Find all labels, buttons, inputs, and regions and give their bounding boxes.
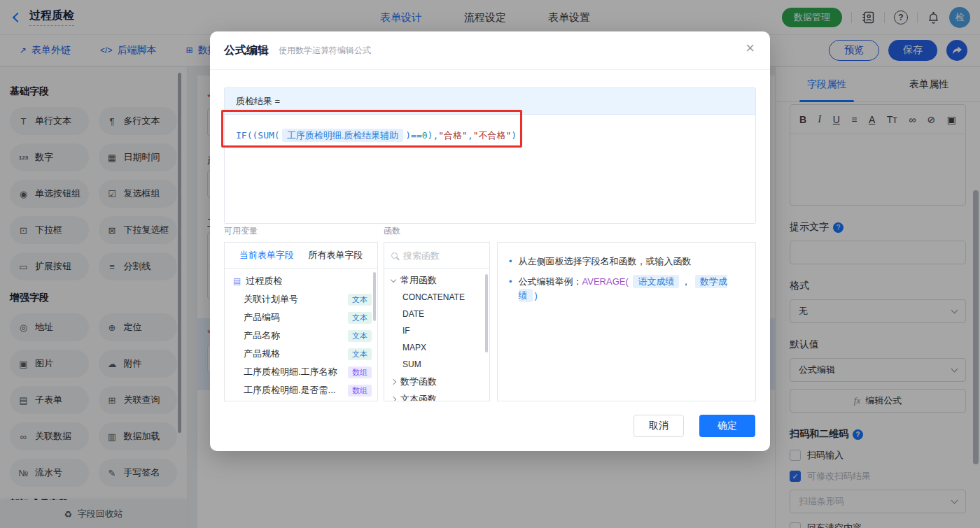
functions-pane: 常用函数CONCATENATEDATEIFMAPXSUM数学函数文本函数: [384, 242, 490, 401]
variables-tabs: 当前表单字段所有表单字段: [225, 243, 377, 269]
variable-name: 工序质检明细.工序名称: [244, 366, 337, 378]
modal-subtitle: 使用数学运算符编辑公式: [279, 45, 371, 57]
example-function: AVERAGE(: [582, 276, 629, 287]
formula-token: ),: [428, 130, 439, 141]
function-group-常用函数[interactable]: 常用函数: [384, 271, 489, 289]
function-group-数学函数[interactable]: 数学函数: [384, 373, 489, 390]
formula-token: "合格": [438, 130, 468, 141]
search-icon: [391, 252, 398, 259]
function-group-label: 常用函数: [400, 274, 437, 287]
function-group-label: 数学函数: [400, 376, 437, 388]
variables-tab-所有表单字段[interactable]: 所有表单字段: [308, 249, 363, 262]
example-field-chip: 语文成绩: [633, 275, 679, 288]
close-icon[interactable]: ×: [746, 41, 755, 56]
variables-list: ▤过程质检关联计划单号文本产品编码文本产品名称文本产品规格文本工序质检明细.工序…: [225, 269, 377, 399]
bullet-icon: •: [509, 255, 512, 269]
formula-edit-modal: 公式编辑 使用数学运算符编辑公式 × 质检结果 = IF((SUM(工序质检明细…: [210, 31, 770, 451]
function-group-文本函数[interactable]: 文本函数: [384, 390, 489, 401]
help-tip-1: • 从左侧面板选择字段名和函数，或输入函数: [509, 255, 744, 269]
modal-title: 公式编辑: [224, 43, 269, 58]
variable-name: 产品名称: [244, 329, 280, 342]
confirm-button[interactable]: 确定: [699, 415, 755, 437]
formula-token: ): [511, 130, 517, 141]
variable-name: 产品规格: [244, 348, 280, 360]
variable-row[interactable]: 工序质检明细.是否需...数组: [225, 381, 377, 399]
bullet-icon: •: [509, 275, 512, 303]
variables-scrollbar[interactable]: [373, 272, 376, 321]
formula-field-chip[interactable]: 工序质检明细.质检结果辅助: [282, 129, 404, 142]
function-item-SUM[interactable]: SUM: [384, 356, 489, 373]
function-group-label: 文本函数: [400, 393, 437, 402]
form-doc-icon: ▤: [233, 276, 241, 286]
formula-token: "不合格": [473, 130, 512, 141]
chevron-right-icon: [391, 396, 396, 401]
variable-row[interactable]: 产品编码文本: [225, 308, 377, 327]
variables-pane-label: 可用变量: [224, 225, 258, 237]
variable-name: 关联计划单号: [244, 293, 298, 306]
formula-editor: 质检结果 = IF((SUM(工序质检明细.质检结果辅助)==0),"合格","…: [224, 87, 756, 224]
help-tip-2: • 公式编辑举例：AVERAGE( 语文成绩， 数学成绩): [509, 275, 744, 303]
function-item-DATE[interactable]: DATE: [384, 306, 489, 322]
function-item-IF[interactable]: IF: [384, 322, 489, 339]
variable-row[interactable]: 产品名称文本: [225, 327, 377, 345]
function-item-CONCATENATE[interactable]: CONCATENATE: [384, 289, 489, 306]
variable-name: 工序质检明细.是否需...: [244, 384, 335, 397]
cancel-button[interactable]: 取消: [634, 415, 684, 437]
variable-row[interactable]: 关联计划单号文本: [225, 290, 377, 308]
variable-type-badge: 文本: [348, 294, 372, 306]
variable-type-badge: 文本: [348, 330, 372, 342]
formula-help-pane: • 从左侧面板选择字段名和函数，或输入函数 • 公式编辑举例：AVERAGE( …: [497, 242, 756, 401]
variable-root[interactable]: ▤过程质检: [225, 272, 377, 290]
variable-root-name: 过程质检: [246, 275, 282, 287]
variable-row[interactable]: 产品规格文本: [225, 345, 377, 363]
formula-token: )==: [405, 130, 421, 141]
modal-header: 公式编辑 使用数学运算符编辑公式 ×: [210, 31, 770, 70]
formula-token: ,: [468, 130, 473, 141]
functions-list: 常用函数CONCATENATEDATEIFMAPXSUM数学函数文本函数: [384, 269, 489, 401]
function-search: [384, 243, 489, 269]
variables-tab-当前表单字段[interactable]: 当前表单字段: [239, 249, 294, 262]
variable-type-badge: 数组: [348, 385, 372, 397]
function-search-input[interactable]: [403, 250, 482, 261]
functions-pane-label: 函数: [384, 225, 400, 237]
variable-type-badge: 文本: [348, 348, 372, 360]
app-root: 过程质检 表单设计流程设定表单设置 数据管理 ? 检 ↗表单外链</>后端脚本⊞…: [0, 0, 980, 528]
functions-scrollbar[interactable]: [485, 274, 488, 352]
formula-token: 0: [422, 130, 428, 141]
chevron-right-icon: [391, 378, 396, 384]
formula-input-area[interactable]: IF((SUM(工序质检明细.质检结果辅助)==0),"合格","不合格"): [225, 115, 755, 223]
variable-row[interactable]: 工序质检明细.工序名称数组: [225, 363, 377, 381]
function-item-MAPX[interactable]: MAPX: [384, 339, 489, 356]
variable-name: 产品编码: [244, 311, 280, 324]
variables-pane: 当前表单字段所有表单字段 ▤过程质检关联计划单号文本产品编码文本产品名称文本产品…: [224, 242, 378, 401]
variable-type-badge: 文本: [348, 312, 372, 324]
formula-target: 质检结果 =: [225, 88, 755, 115]
formula-token: IF((SUM(: [236, 130, 280, 141]
chevron-down-icon: [391, 276, 396, 282]
variable-type-badge: 数组: [348, 366, 372, 378]
